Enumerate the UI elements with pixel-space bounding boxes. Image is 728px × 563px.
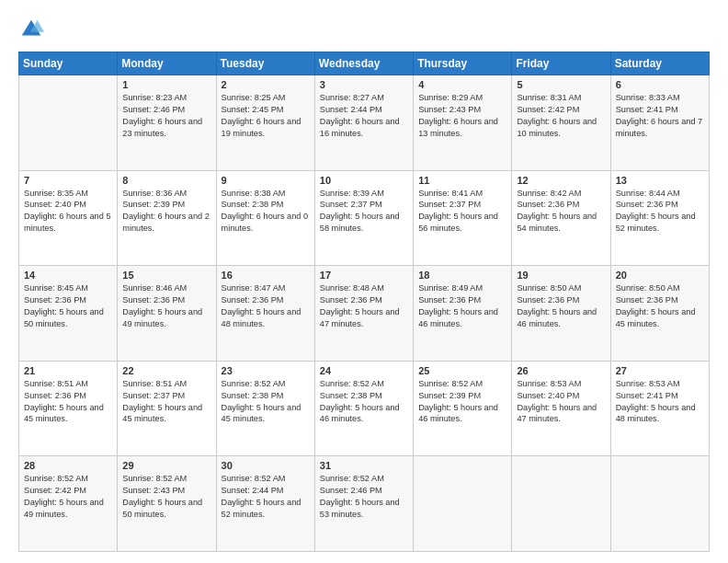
week-row-0: 1Sunrise: 8:23 AMSunset: 2:46 PMDaylight…	[19, 75, 710, 171]
day-number: 13	[616, 175, 704, 186]
day-number: 17	[320, 270, 408, 281]
week-row-3: 21Sunrise: 8:51 AMSunset: 2:36 PMDayligh…	[19, 361, 710, 456]
day-cell: 11Sunrise: 8:41 AMSunset: 2:37 PMDayligh…	[414, 170, 512, 266]
logo	[18, 17, 48, 42]
day-number: 30	[222, 460, 310, 471]
day-detail: Sunrise: 8:39 AMSunset: 2:37 PMDaylight:…	[320, 188, 408, 236]
day-cell	[19, 75, 118, 171]
day-number: 5	[517, 79, 605, 90]
day-number: 28	[24, 460, 112, 471]
week-row-4: 28Sunrise: 8:52 AMSunset: 2:42 PMDayligh…	[19, 456, 710, 552]
day-detail: Sunrise: 8:29 AMSunset: 2:43 PMDaylight:…	[418, 92, 506, 140]
day-cell: 28Sunrise: 8:52 AMSunset: 2:42 PMDayligh…	[19, 456, 118, 552]
day-cell: 12Sunrise: 8:42 AMSunset: 2:36 PMDayligh…	[512, 170, 610, 266]
day-number: 15	[122, 270, 210, 281]
day-detail: Sunrise: 8:48 AMSunset: 2:36 PMDaylight:…	[320, 282, 408, 330]
day-number: 31	[320, 460, 408, 471]
day-detail: Sunrise: 8:52 AMSunset: 2:46 PMDaylight:…	[320, 473, 408, 521]
day-cell: 13Sunrise: 8:44 AMSunset: 2:36 PMDayligh…	[610, 170, 709, 266]
day-detail: Sunrise: 8:52 AMSunset: 2:44 PMDaylight:…	[222, 473, 310, 521]
logo-icon	[18, 17, 44, 42]
day-number: 18	[418, 270, 506, 281]
day-cell: 24Sunrise: 8:52 AMSunset: 2:38 PMDayligh…	[314, 361, 413, 456]
day-cell: 2Sunrise: 8:25 AMSunset: 2:45 PMDaylight…	[216, 75, 314, 171]
header-row: SundayMondayTuesdayWednesdayThursdayFrid…	[19, 52, 710, 75]
day-cell: 1Sunrise: 8:23 AMSunset: 2:46 PMDaylight…	[118, 75, 216, 171]
day-number: 21	[24, 365, 112, 376]
header-monday: Monday	[118, 52, 216, 75]
day-detail: Sunrise: 8:52 AMSunset: 2:42 PMDaylight:…	[24, 473, 112, 521]
day-number: 6	[616, 79, 704, 90]
day-detail: Sunrise: 8:53 AMSunset: 2:41 PMDaylight:…	[616, 378, 704, 426]
day-detail: Sunrise: 8:42 AMSunset: 2:36 PMDaylight:…	[517, 188, 605, 236]
day-number: 14	[24, 270, 112, 281]
calendar-table: SundayMondayTuesdayWednesdayThursdayFrid…	[18, 52, 710, 552]
day-cell: 8Sunrise: 8:36 AMSunset: 2:39 PMDaylight…	[118, 170, 216, 266]
header-wednesday: Wednesday	[314, 52, 413, 75]
day-number: 9	[222, 175, 310, 186]
day-cell: 27Sunrise: 8:53 AMSunset: 2:41 PMDayligh…	[610, 361, 709, 456]
day-detail: Sunrise: 8:36 AMSunset: 2:39 PMDaylight:…	[122, 188, 210, 236]
day-number: 11	[418, 175, 506, 186]
day-number: 24	[320, 365, 408, 376]
day-number: 29	[122, 460, 210, 471]
day-number: 23	[222, 365, 310, 376]
day-cell: 17Sunrise: 8:48 AMSunset: 2:36 PMDayligh…	[314, 266, 413, 362]
day-cell: 25Sunrise: 8:52 AMSunset: 2:39 PMDayligh…	[414, 361, 512, 456]
header-thursday: Thursday	[414, 52, 512, 75]
day-detail: Sunrise: 8:41 AMSunset: 2:37 PMDaylight:…	[418, 188, 506, 236]
day-cell: 7Sunrise: 8:35 AMSunset: 2:40 PMDaylight…	[19, 170, 118, 266]
day-cell: 4Sunrise: 8:29 AMSunset: 2:43 PMDaylight…	[414, 75, 512, 171]
day-number: 25	[418, 365, 506, 376]
day-cell: 22Sunrise: 8:51 AMSunset: 2:37 PMDayligh…	[118, 361, 216, 456]
day-detail: Sunrise: 8:50 AMSunset: 2:36 PMDaylight:…	[616, 282, 704, 330]
day-detail: Sunrise: 8:53 AMSunset: 2:40 PMDaylight:…	[517, 378, 605, 426]
day-detail: Sunrise: 8:51 AMSunset: 2:36 PMDaylight:…	[24, 378, 112, 426]
day-number: 1	[122, 79, 210, 90]
day-detail: Sunrise: 8:38 AMSunset: 2:38 PMDaylight:…	[222, 188, 310, 236]
day-number: 16	[222, 270, 310, 281]
day-cell: 30Sunrise: 8:52 AMSunset: 2:44 PMDayligh…	[216, 456, 314, 552]
day-cell: 18Sunrise: 8:49 AMSunset: 2:36 PMDayligh…	[414, 266, 512, 362]
day-cell	[610, 456, 709, 552]
day-detail: Sunrise: 8:52 AMSunset: 2:43 PMDaylight:…	[122, 473, 210, 521]
day-cell: 6Sunrise: 8:33 AMSunset: 2:41 PMDaylight…	[610, 75, 709, 171]
day-detail: Sunrise: 8:44 AMSunset: 2:36 PMDaylight:…	[616, 188, 704, 236]
day-detail: Sunrise: 8:45 AMSunset: 2:36 PMDaylight:…	[24, 282, 112, 330]
day-detail: Sunrise: 8:31 AMSunset: 2:42 PMDaylight:…	[517, 92, 605, 140]
day-number: 4	[418, 79, 506, 90]
day-cell: 5Sunrise: 8:31 AMSunset: 2:42 PMDaylight…	[512, 75, 610, 171]
day-number: 8	[122, 175, 210, 186]
header-saturday: Saturday	[610, 52, 709, 75]
day-detail: Sunrise: 8:33 AMSunset: 2:41 PMDaylight:…	[616, 92, 704, 140]
day-cell: 14Sunrise: 8:45 AMSunset: 2:36 PMDayligh…	[19, 266, 118, 362]
day-detail: Sunrise: 8:52 AMSunset: 2:39 PMDaylight:…	[418, 378, 506, 426]
day-number: 12	[517, 175, 605, 186]
day-cell: 16Sunrise: 8:47 AMSunset: 2:36 PMDayligh…	[216, 266, 314, 362]
day-cell	[512, 456, 610, 552]
header-sunday: Sunday	[19, 52, 118, 75]
day-cell: 19Sunrise: 8:50 AMSunset: 2:36 PMDayligh…	[512, 266, 610, 362]
day-cell: 26Sunrise: 8:53 AMSunset: 2:40 PMDayligh…	[512, 361, 610, 456]
day-number: 10	[320, 175, 408, 186]
header-tuesday: Tuesday	[216, 52, 314, 75]
day-cell: 23Sunrise: 8:52 AMSunset: 2:38 PMDayligh…	[216, 361, 314, 456]
day-detail: Sunrise: 8:46 AMSunset: 2:36 PMDaylight:…	[122, 282, 210, 330]
day-number: 27	[616, 365, 704, 376]
day-detail: Sunrise: 8:27 AMSunset: 2:44 PMDaylight:…	[320, 92, 408, 140]
page: SundayMondayTuesdayWednesdayThursdayFrid…	[0, 0, 728, 563]
day-cell: 9Sunrise: 8:38 AMSunset: 2:38 PMDaylight…	[216, 170, 314, 266]
day-cell: 29Sunrise: 8:52 AMSunset: 2:43 PMDayligh…	[118, 456, 216, 552]
day-number: 3	[320, 79, 408, 90]
day-number: 2	[222, 79, 310, 90]
week-row-2: 14Sunrise: 8:45 AMSunset: 2:36 PMDayligh…	[19, 266, 710, 362]
day-cell: 31Sunrise: 8:52 AMSunset: 2:46 PMDayligh…	[314, 456, 413, 552]
header	[18, 17, 710, 42]
day-cell: 20Sunrise: 8:50 AMSunset: 2:36 PMDayligh…	[610, 266, 709, 362]
day-detail: Sunrise: 8:25 AMSunset: 2:45 PMDaylight:…	[222, 92, 310, 140]
day-number: 22	[122, 365, 210, 376]
day-cell: 15Sunrise: 8:46 AMSunset: 2:36 PMDayligh…	[118, 266, 216, 362]
day-detail: Sunrise: 8:51 AMSunset: 2:37 PMDaylight:…	[122, 378, 210, 426]
day-number: 20	[616, 270, 704, 281]
day-number: 7	[24, 175, 112, 186]
